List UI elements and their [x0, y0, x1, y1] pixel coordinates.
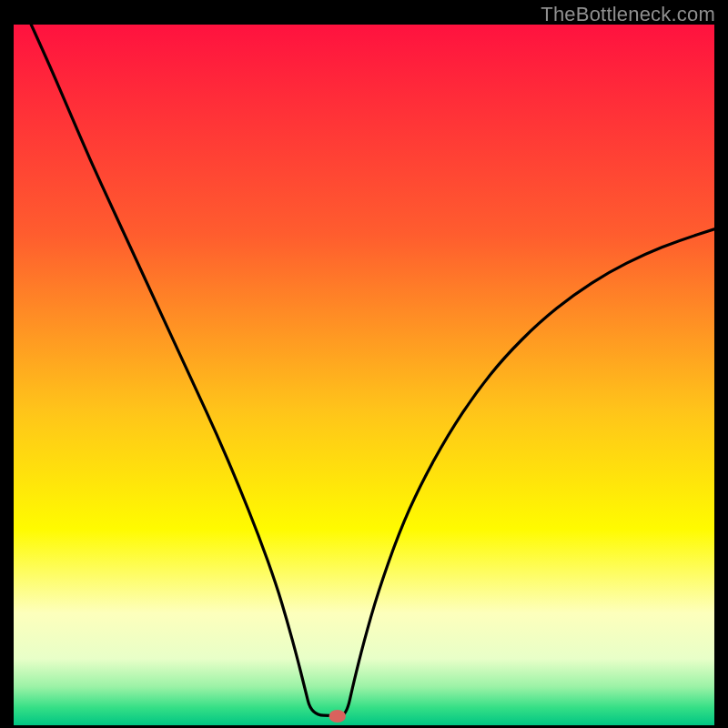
gradient-background: [14, 25, 714, 725]
bottleneck-chart: [14, 25, 714, 725]
watermark-text: TheBottleneck.com: [541, 3, 715, 26]
chart-frame: [14, 25, 714, 725]
optimum-marker: [329, 710, 346, 723]
